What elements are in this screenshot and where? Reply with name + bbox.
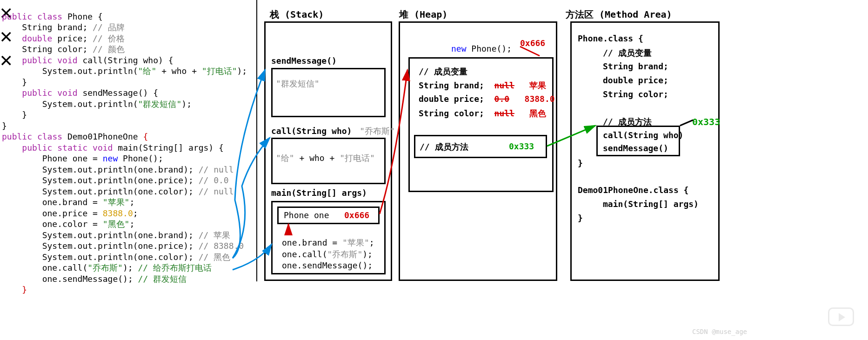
- code-line: public class Demo01PhoneOne {: [2, 132, 148, 141]
- code-line: }: [2, 285, 27, 294]
- ma-c1-close: }: [578, 158, 583, 168]
- stack-main-l3: one.sendMessage();: [282, 260, 373, 270]
- stack-frame-send-label: sendMessage(): [271, 56, 337, 66]
- heap-methods-title: // 成员方法: [420, 141, 468, 153]
- code-line: one.price = 8388.0;: [2, 208, 138, 218]
- ma-c2-close: }: [578, 213, 583, 223]
- stack-frame-call-label: call(String who) "乔布斯": [271, 126, 395, 137]
- ma-c1-m1: call(String who): [603, 130, 683, 140]
- code-line: one.call("乔布斯"); // 给乔布斯打电话: [2, 263, 212, 273]
- code-line: double price; // 价格: [2, 33, 125, 43]
- ma-addr: 0x333: [692, 116, 720, 127]
- stack-frame-call-content: "给" + who + "打电话": [276, 153, 375, 164]
- heap-f1: String brand; null 苹果: [419, 80, 546, 91]
- code-line: System.out.println("给" + who + "打电话");: [2, 66, 247, 76]
- code-line: one.brand = "苹果";: [2, 197, 134, 207]
- code-line: }: [2, 121, 7, 131]
- stack-frame-main-label: main(String[] args): [271, 188, 367, 198]
- code-line: System.out.println(one.brand); // null: [2, 165, 234, 174]
- ma-c1: Phone.class {: [578, 33, 643, 43]
- code-line: one.sendMessage(); // 群发短信: [2, 274, 187, 284]
- stack-frame-send-content: "群发短信": [276, 78, 320, 89]
- heap-new-expr: new Phone();: [451, 44, 512, 53]
- heap-title: 堆 (Heap): [399, 8, 447, 21]
- play-icon: [828, 307, 854, 326]
- code-line: System.out.println(one.price); // 8388.0: [2, 241, 244, 251]
- code-line: System.out.println(one.color); // 黑色: [2, 252, 230, 262]
- method-area-title: 方法区 (Method Area): [566, 8, 672, 21]
- code-line: System.out.println("群发短信");: [2, 99, 192, 109]
- ma-c2: Demo01PhoneOne.class {: [578, 185, 688, 195]
- stack-main-l1: one.brand = "苹果";: [282, 237, 374, 248]
- heap-object-box: [408, 57, 554, 192]
- code-line: System.out.println(one.price); // 0.0: [2, 175, 229, 185]
- stack-main-l2: one.call("乔布斯");: [282, 249, 373, 260]
- code-line: }: [2, 77, 27, 87]
- ma-c1-f3: String color;: [603, 89, 668, 99]
- code-line: System.out.println(one.color); // null: [2, 187, 234, 196]
- code-line: }: [2, 110, 27, 120]
- ma-c1-f2: double price;: [603, 75, 668, 85]
- ma-c1-f1: String brand;: [603, 61, 668, 71]
- heap-f3: String color; null 黑色: [419, 108, 546, 119]
- watermark: CSDN @muse_age: [692, 328, 747, 335]
- code-line: public void call(String who) {: [2, 55, 174, 65]
- stack-var-addr: 0x666: [344, 210, 369, 220]
- code-line: one.color = "黑色";: [2, 219, 134, 229]
- code-panel: public class Phone { String brand; // 品牌…: [2, 0, 255, 295]
- stack-var-decl: Phone one: [284, 210, 329, 220]
- ma-c1-fields: // 成员变量: [603, 47, 652, 59]
- heap-fields-title: // 成员变量: [419, 66, 467, 77]
- stack-title: 栈 (Stack): [270, 8, 324, 21]
- code-line: String brand; // 品牌: [2, 22, 125, 32]
- stack-frame-send-box: [271, 68, 386, 117]
- code-line: String color; // 颜色: [2, 44, 125, 54]
- code-line: public void sendMessage() {: [2, 88, 158, 98]
- heap-f2: double price; 0.0 8388.0: [419, 94, 555, 104]
- ma-c1-m2: sendMessage(): [603, 143, 668, 153]
- heap-addr: 0x666: [520, 38, 545, 48]
- code-line: public static void main(String[] args) {: [2, 143, 224, 153]
- ma-c2-m: main(String[] args): [603, 199, 699, 209]
- code-line: System.out.println(one.brand); // 苹果: [2, 230, 230, 240]
- heap-methods-addr: 0x333: [509, 141, 534, 151]
- code-line: public class Phone {: [2, 12, 103, 21]
- code-line: Phone one = new Phone();: [2, 153, 163, 163]
